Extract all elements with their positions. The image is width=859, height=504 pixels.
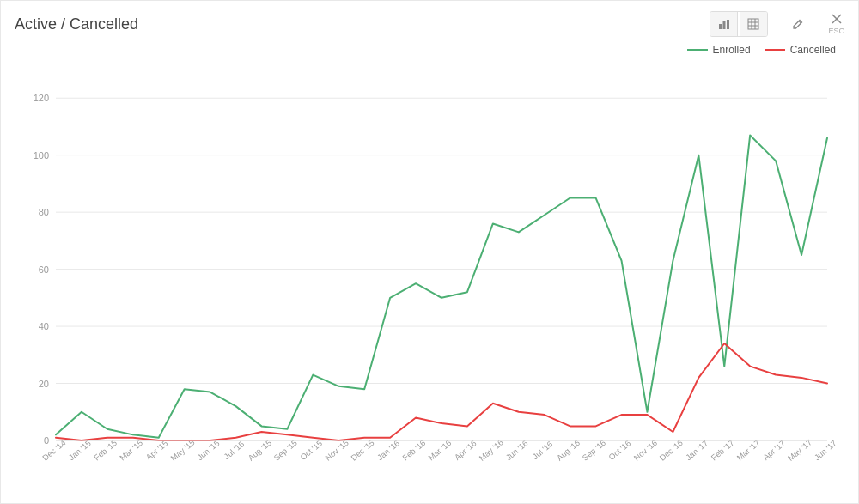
bar-chart-button[interactable] xyxy=(710,12,738,36)
svg-text:Feb '15: Feb '15 xyxy=(92,438,119,463)
svg-text:100: 100 xyxy=(34,150,49,161)
svg-text:Nov '15: Nov '15 xyxy=(323,438,350,463)
svg-text:Jul '15: Jul '15 xyxy=(222,439,246,461)
svg-text:Apr '16: Apr '16 xyxy=(453,439,478,463)
svg-text:Jun '15: Jun '15 xyxy=(195,438,221,462)
svg-text:Oct '15: Oct '15 xyxy=(298,439,324,463)
svg-text:Sep '16: Sep '16 xyxy=(581,438,608,463)
svg-text:80: 80 xyxy=(39,207,49,217)
svg-text:Nov '16: Nov '16 xyxy=(631,438,659,463)
chart-header: Active / Cancelled xyxy=(15,11,844,37)
enrolled-legend-line xyxy=(687,49,708,51)
enrolled-legend-label: Enrolled xyxy=(713,44,751,56)
svg-text:Mar '17: Mar '17 xyxy=(734,438,761,463)
line-chart: 020406080100120Dec '14Jan '15Feb '15Mar … xyxy=(15,44,844,479)
svg-text:Feb '16: Feb '16 xyxy=(400,438,427,463)
chart-title: Active / Cancelled xyxy=(15,15,138,33)
svg-rect-0 xyxy=(719,24,722,29)
svg-text:60: 60 xyxy=(39,264,49,275)
svg-text:Jun '16: Jun '16 xyxy=(503,438,529,462)
esc-label: ESC xyxy=(828,27,844,35)
chart-area: Enrolled Cancelled 020406080100120Dec '1… xyxy=(15,44,844,479)
svg-text:Aug '16: Aug '16 xyxy=(555,438,582,463)
svg-text:Apr '17: Apr '17 xyxy=(761,439,787,463)
divider-1 xyxy=(777,14,777,34)
svg-text:Dec '15: Dec '15 xyxy=(349,438,376,463)
svg-text:Feb '17: Feb '17 xyxy=(709,438,735,463)
table-view-button[interactable] xyxy=(740,12,767,36)
edit-button[interactable] xyxy=(786,12,810,36)
svg-rect-2 xyxy=(727,20,729,29)
chart-type-toggle xyxy=(710,11,768,37)
chart-actions: ESC xyxy=(710,11,844,37)
svg-text:Jun '17: Jun '17 xyxy=(813,438,838,462)
cancelled-legend: Cancelled xyxy=(765,44,836,56)
svg-text:Jul '16: Jul '16 xyxy=(531,439,555,461)
enrolled-legend: Enrolled xyxy=(687,44,751,56)
divider-2 xyxy=(819,14,819,34)
svg-text:May '16: May '16 xyxy=(477,438,504,464)
svg-text:Jan '15: Jan '15 xyxy=(67,438,93,462)
cancelled-legend-label: Cancelled xyxy=(790,44,836,56)
svg-text:Mar '15: Mar '15 xyxy=(118,438,144,463)
close-button[interactable]: ESC xyxy=(828,13,844,35)
svg-text:Dec '16: Dec '16 xyxy=(657,438,685,463)
svg-rect-3 xyxy=(748,19,758,29)
chart-legend: Enrolled Cancelled xyxy=(687,44,836,56)
chart-container: Active / Cancelled xyxy=(0,0,859,504)
svg-text:Apr '15: Apr '15 xyxy=(144,439,170,463)
svg-text:Mar '16: Mar '16 xyxy=(426,438,453,463)
svg-text:Aug '15: Aug '15 xyxy=(246,438,273,463)
svg-text:May '17: May '17 xyxy=(786,438,813,464)
svg-text:120: 120 xyxy=(34,93,49,103)
svg-text:Jan '16: Jan '16 xyxy=(375,438,401,462)
svg-text:40: 40 xyxy=(39,321,49,331)
svg-rect-1 xyxy=(722,21,725,29)
svg-text:20: 20 xyxy=(39,379,49,389)
cancelled-legend-line xyxy=(765,49,785,51)
svg-text:0: 0 xyxy=(44,435,49,446)
svg-text:Sep '15: Sep '15 xyxy=(271,438,299,463)
svg-text:Oct '16: Oct '16 xyxy=(606,439,632,463)
svg-text:Jan '17: Jan '17 xyxy=(684,438,710,462)
